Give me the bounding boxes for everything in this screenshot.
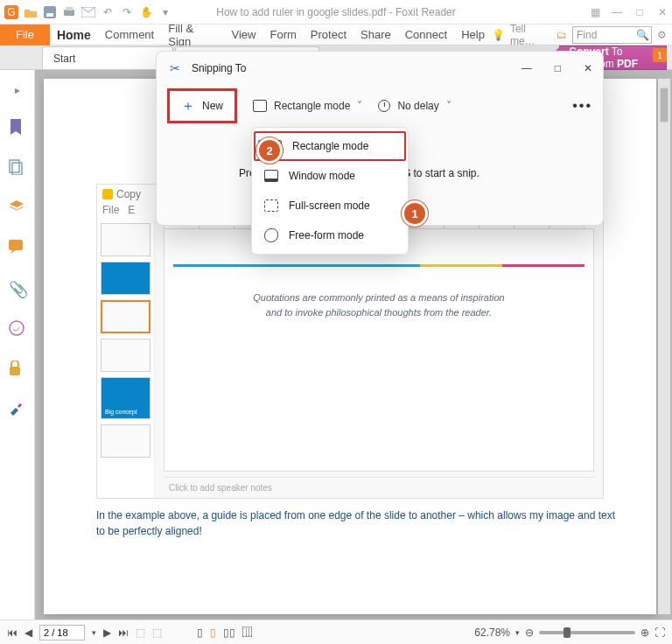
file-tab[interactable]: File (0, 24, 50, 46)
menu-form[interactable]: Form (262, 28, 303, 41)
pages-icon[interactable] (9, 159, 26, 177)
folder-toolbar-icon[interactable]: 🗂 (556, 29, 567, 41)
signatures-icon[interactable] (9, 320, 26, 338)
view-mode-icon-2[interactable]: ⬚ (152, 626, 162, 639)
first-page-button[interactable]: ⏮ (7, 626, 18, 639)
qa-dropdown-icon[interactable]: ▾ (158, 4, 173, 20)
annotation-marker-2: 2 (259, 140, 280, 161)
highlighter-icon[interactable] (9, 401, 26, 418)
snip-mode-label: Rectangle mode (274, 100, 350, 112)
gs-body: Big concept Quotations are commonly prin… (97, 220, 603, 498)
window-icon (264, 170, 278, 182)
snip-titlebar[interactable]: ✂ Snipping To — □ ✕ (157, 52, 603, 85)
maximize-button[interactable]: □ (634, 6, 646, 18)
comments-icon[interactable] (9, 240, 26, 257)
slide-thumb (101, 339, 150, 372)
bookmark-icon[interactable] (9, 119, 26, 136)
close-button[interactable]: ✕ (656, 6, 668, 18)
page-dropdown-icon[interactable]: ▾ (92, 628, 96, 637)
search-icon[interactable]: 🔍 (636, 29, 649, 41)
app-icon: G (4, 4, 19, 20)
svg-rect-9 (9, 240, 23, 250)
snip-mode-select[interactable]: Rectangle mode ˅ (253, 100, 362, 112)
snip-maximize-button[interactable]: □ (555, 62, 561, 74)
gear-icon[interactable]: ⚙ (657, 29, 667, 41)
snip-close-button[interactable]: ✕ (584, 62, 592, 74)
undo-icon[interactable]: ↶ (100, 4, 116, 20)
snip-new-button[interactable]: ＋ New (167, 88, 237, 123)
mail-icon[interactable] (80, 4, 96, 20)
attachments-icon[interactable]: 📎 (9, 280, 26, 298)
snip-minimize-button[interactable]: — (522, 62, 532, 74)
layout-continuous-icon[interactable]: ▯ (210, 626, 216, 639)
snipping-tool-window: ✂ Snipping To — □ ✕ ＋ New Rectangle mode… (156, 51, 604, 226)
find-input[interactable]: Find 🔍 (572, 26, 652, 44)
scrollbar-thumb[interactable] (660, 88, 668, 122)
chevron-down-icon: ˅ (446, 100, 452, 112)
big-concept-label: Big concept (105, 409, 137, 415)
tab-start[interactable]: Start (42, 46, 173, 69)
menu-fill-sign[interactable]: Fill & Sign (161, 22, 224, 48)
rectangle-icon (253, 100, 267, 112)
zoom-slider-knob[interactable] (564, 627, 570, 638)
mode-fullscreen[interactable]: Full-screen mode (252, 191, 408, 220)
layout-facing-icon[interactable]: ▯▯ (223, 626, 235, 639)
view-mode-icon-1[interactable]: ⬚ (136, 626, 145, 639)
mode-window[interactable]: Window mode (252, 161, 408, 191)
expand-handle-icon[interactable]: ▸ (15, 84, 20, 96)
open-icon[interactable] (23, 4, 38, 20)
mode-freeform[interactable]: Free-form mode (252, 220, 408, 250)
gs-menu-file: File (102, 204, 119, 216)
fullscreen-icon (264, 200, 278, 212)
lock-icon[interactable] (9, 360, 26, 378)
layers-icon[interactable] (9, 200, 26, 217)
svg-rect-8 (12, 163, 22, 175)
next-page-button[interactable]: ▶ (103, 626, 111, 639)
window-controls: ▦ — □ ✕ (591, 6, 668, 18)
snip-title-text: Snipping To (192, 62, 247, 74)
layout-cont-facing-icon[interactable]: ⿲ (242, 626, 253, 639)
menu-help[interactable]: Help (454, 28, 492, 41)
tab-start-label: Start (53, 52, 75, 65)
menu-connect[interactable]: Connect (398, 28, 454, 41)
title-bar: G ↶ ↷ ✋ ▾ How to add ruler in google sli… (0, 0, 672, 24)
zoom-out-button[interactable]: ⊖ (525, 626, 534, 639)
print-icon[interactable] (61, 4, 77, 20)
vertical-scrollbar[interactable] (658, 79, 670, 614)
menu-share[interactable]: Share (354, 28, 398, 41)
snip-delay-label: No delay (397, 100, 438, 112)
page-body-text: In the example above, a guide is placed … (96, 508, 621, 539)
save-icon[interactable] (42, 4, 58, 20)
gs-thumbnails: Big concept (97, 220, 155, 498)
svg-rect-3 (46, 13, 53, 17)
page-number-input[interactable] (39, 625, 85, 640)
prev-page-button[interactable]: ◀ (24, 626, 32, 639)
menu-view[interactable]: View (225, 28, 263, 41)
grid-icon[interactable]: ▦ (591, 6, 600, 18)
fullscreen-toggle-icon[interactable]: ⛶ (654, 626, 665, 639)
svg-rect-5 (66, 7, 73, 10)
menu-home[interactable]: Home (50, 28, 98, 42)
redo-icon[interactable]: ↷ (119, 4, 135, 20)
tell-me[interactable]: Tell me… (510, 23, 551, 47)
menu-comment[interactable]: Comment (98, 28, 161, 41)
gs-canvas-area: Quotations are commonly printed as a mea… (155, 220, 603, 498)
minimize-button[interactable]: — (611, 6, 623, 18)
layout-single-icon[interactable]: ▯ (197, 626, 203, 639)
snip-toolbar: ＋ New Rectangle mode ˅ No delay ˅ ••• (157, 85, 603, 127)
clock-icon (378, 100, 390, 112)
zoom-in-button[interactable]: ⊕ (640, 626, 649, 639)
hand-icon[interactable]: ✋ (138, 4, 154, 20)
snip-delay-select[interactable]: No delay ˅ (378, 100, 451, 112)
mode-freeform-label: Free-form mode (289, 229, 364, 242)
zoom-dropdown-icon[interactable]: ▾ (515, 628, 520, 637)
snip-more-button[interactable]: ••• (572, 98, 592, 114)
bulb-icon[interactable]: 💡 (492, 29, 505, 41)
svg-rect-7 (10, 160, 19, 172)
menu-protect[interactable]: Protect (304, 28, 354, 41)
notification-badge[interactable]: 1 (653, 48, 667, 62)
ribbon: File Home Comment Fill & Sign View Form … (0, 24, 672, 46)
last-page-button[interactable]: ⏭ (118, 626, 129, 639)
zoom-slider[interactable] (539, 631, 635, 634)
slide-thumb-selected (101, 300, 150, 333)
